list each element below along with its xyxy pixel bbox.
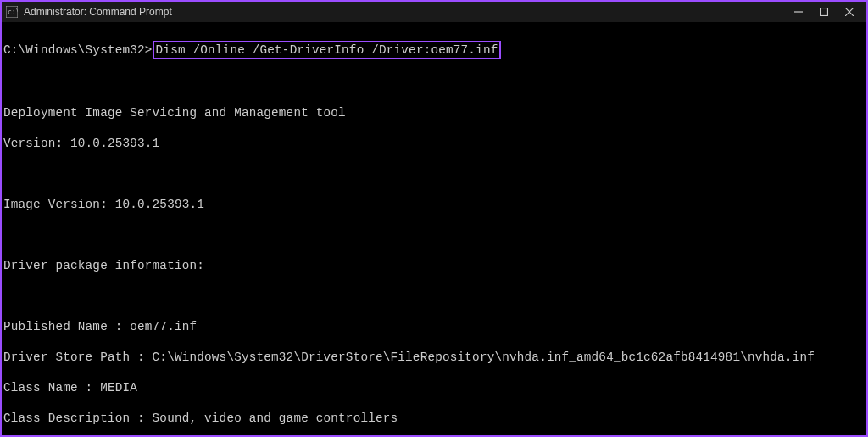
- svg-rect-3: [821, 8, 828, 16]
- driver-pkg-header: Driver package information:: [3, 258, 865, 273]
- blank-line: [3, 166, 865, 182]
- driver-store-path: Driver Store Path : C:\Windows\System32\…: [3, 350, 865, 365]
- window-title: Administrator: Command Prompt: [24, 6, 793, 18]
- cmd-icon: c:\: [5, 5, 19, 19]
- maximize-button[interactable]: [819, 7, 829, 17]
- image-version: Image Version: 10.0.25393.1: [3, 197, 865, 212]
- minimize-button[interactable]: [793, 7, 804, 17]
- class-name: Class Name : MEDIA: [3, 380, 865, 395]
- blank-line: [3, 75, 865, 90]
- svg-text:c:\: c:\: [8, 8, 18, 16]
- window-titlebar: c:\ Administrator: Command Prompt: [2, 2, 866, 22]
- class-description: Class Description : Sound, video and gam…: [3, 411, 865, 426]
- blank-line: [3, 289, 865, 304]
- published-name: Published Name : oem77.inf: [3, 319, 865, 334]
- window-controls: [793, 7, 863, 17]
- tool-version: Version: 10.0.25393.1: [3, 136, 865, 151]
- terminal-output[interactable]: C:\Windows\System32>Dism /Online /Get-Dr…: [2, 22, 866, 437]
- highlighted-command: Dism /Online /Get-DriverInfo /Driver:oem…: [153, 41, 502, 59]
- close-button[interactable]: [844, 7, 854, 17]
- blank-line: [3, 227, 865, 243]
- prompt-text: C:\Windows\System32>: [3, 43, 153, 57]
- tool-header: Deployment Image Servicing and Managemen…: [3, 105, 865, 120]
